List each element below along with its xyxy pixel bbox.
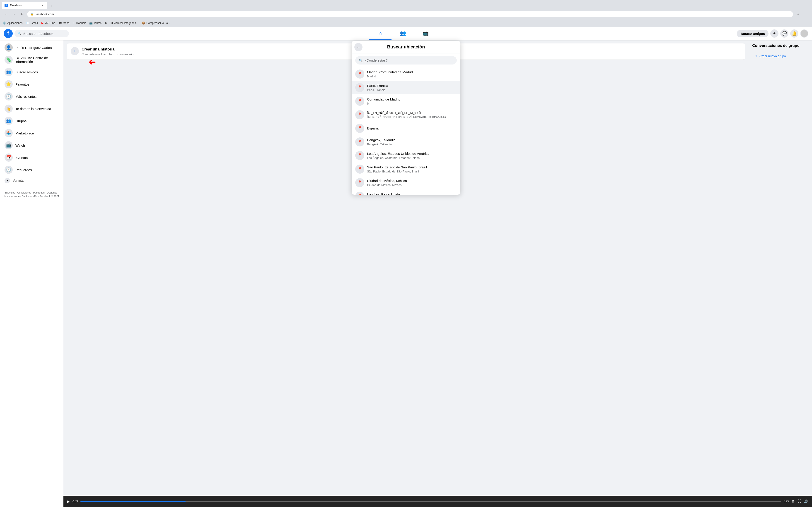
maps-icon: 🗺: [59, 21, 62, 25]
location-name: Madrid, Comunidad de Madrid: [367, 70, 457, 74]
apps-icon: ⚙️: [3, 21, 6, 25]
location-info: Bangkok, Tailandia Bangkok, Tailandia: [367, 138, 457, 146]
location-item-cdmx[interactable]: 📍 Ciudad de México, México Ciudad de Méx…: [352, 176, 460, 189]
location-info: España: [367, 126, 457, 130]
modal-back-button[interactable]: ←: [354, 43, 362, 51]
translate-icon: T: [73, 21, 74, 25]
bookmark-gmail[interactable]: ✉️ Gmail: [26, 21, 38, 25]
location-item-london[interactable]: 📍 Londres, Reino Unido Londres, Reino Un…: [352, 189, 460, 194]
gmail-icon: ✉️: [26, 21, 30, 25]
location-name: Londres, Reino Unido: [367, 192, 457, 194]
location-info: Comunidad de Madrid M: [367, 97, 457, 106]
location-search-input[interactable]: [364, 58, 453, 62]
bookmarks-bar: ⚙️ Aplicaciones ✉️ Gmail ▶ YouTube 🗺 Map…: [0, 19, 812, 27]
location-pin-icon: 📍: [355, 192, 364, 194]
location-item-paris[interactable]: 📍 París, Francia París, Francia: [352, 81, 460, 94]
location-name: París, Francia: [367, 83, 457, 88]
modal-header: ← Buscar ubicación: [352, 41, 460, 53]
youtube-icon: ▶: [42, 21, 44, 25]
location-name: Los Ángeles, Estados Unidos de América: [367, 152, 457, 156]
location-sub: Los Ángeles, California, Estados Unidos: [367, 156, 457, 160]
location-item-comunidad[interactable]: 📍 Comunidad de Madrid M: [352, 94, 460, 108]
location-pin-icon: 📍: [355, 124, 364, 133]
modal-title: Buscar ubicación: [387, 44, 425, 50]
location-item-saopaulo[interactable]: 📍 São Paulo, Estado de São Paulo, Brasil…: [352, 162, 460, 176]
location-name: दिल_बड़ा_रखोगे_तो पहचान_अपने_आप_बढ़_जाएग…: [367, 111, 457, 115]
modal-overlay: ← Buscar ubicación 🔍 📍 Madrid, Comunidad…: [0, 27, 812, 507]
location-sub: Madrid: [367, 75, 457, 78]
bookmark-achicar[interactable]: 🖼 Achicar Imágenes...: [110, 21, 138, 25]
location-item-la[interactable]: 📍 Los Ángeles, Estados Unidos de América…: [352, 149, 460, 162]
back-button[interactable]: ←: [3, 11, 9, 17]
browser-menu-button[interactable]: ⋮: [803, 11, 809, 17]
modal-search-icon: 🔍: [359, 59, 363, 62]
location-name: Comunidad de Madrid: [367, 97, 457, 102]
location-pin-icon: 📍: [355, 110, 364, 119]
tab-favicon: f: [5, 4, 8, 7]
address-bar[interactable]: 🔒 facebook.com: [27, 11, 793, 17]
location-name: São Paulo, Estado de São Paulo, Brasil: [367, 165, 457, 170]
location-info: Madrid, Comunidad de Madrid Madrid: [367, 70, 457, 78]
location-info: París, Francia París, Francia: [367, 83, 457, 92]
address-url: facebook.com: [36, 12, 790, 16]
bookmark-twitch[interactable]: 📺 Twitch: [89, 21, 101, 25]
location-pin-icon: 📍: [355, 178, 364, 187]
location-info: São Paulo, Estado de São Paulo, Brasil S…: [367, 165, 457, 173]
bookmark-button[interactable]: ☆: [795, 11, 801, 17]
bookmark-maps[interactable]: 🗺 Maps: [59, 21, 69, 25]
location-info: Ciudad de México, México Ciudad de Méxic…: [367, 179, 457, 187]
location-sub: Ciudad de México, México: [367, 183, 457, 187]
location-info: Los Ángeles, Estados Unidos de América L…: [367, 152, 457, 160]
bookmark-translate[interactable]: T Traducir: [73, 21, 86, 25]
twitch-icon: 📺: [89, 21, 93, 25]
location-item-bangkok[interactable]: 📍 Bangkok, Tailandia Bangkok, Tailandia: [352, 135, 460, 149]
lock-icon: 🔒: [30, 12, 34, 16]
location-name: Ciudad de México, México: [367, 179, 457, 183]
bookmark-n[interactable]: n: [105, 21, 107, 25]
location-name: España: [367, 126, 457, 130]
bookmark-youtube[interactable]: ▶ YouTube: [42, 21, 55, 25]
location-item-espana[interactable]: 📍 España: [352, 121, 460, 135]
location-item-hindi[interactable]: 📍 दिल_बड़ा_रखोगे_तो पहचान_अपने_आप_बढ़_जा…: [352, 108, 460, 121]
location-pin-icon: 📍: [355, 165, 364, 174]
location-pin-icon: 📍: [355, 151, 364, 160]
location-name: Bangkok, Tailandia: [367, 138, 457, 143]
forward-button[interactable]: →: [11, 11, 17, 17]
location-pin-icon: 📍: [355, 69, 364, 78]
bookmark-compressor[interactable]: 📦 Compressor.io - o...: [142, 21, 170, 25]
new-tab-button[interactable]: +: [48, 3, 54, 9]
red-arrow-indicator: ➜: [88, 57, 96, 67]
location-sub: M: [367, 102, 457, 105]
location-sub: दिल_बड़ा_रखोगे_तो पहचान_अपने_आप_बढ़_जाएग…: [367, 115, 457, 118]
location-pin-icon: 📍: [355, 83, 364, 92]
location-modal: ← Buscar ubicación 🔍 📍 Madrid, Comunidad…: [352, 41, 460, 194]
tab-title: Facebook: [10, 4, 39, 7]
location-item-madrid[interactable]: 📍 Madrid, Comunidad de Madrid Madrid: [352, 67, 460, 81]
location-list: 📍 Madrid, Comunidad de Madrid Madrid 📍 P…: [352, 67, 460, 194]
refresh-button[interactable]: ↻: [19, 11, 26, 17]
location-info: दिल_बड़ा_रखोगे_तो पहचान_अपने_आप_बढ़_जाएग…: [367, 111, 457, 118]
active-tab[interactable]: f Facebook ×: [2, 2, 47, 9]
tab-close-button[interactable]: ×: [41, 4, 44, 7]
location-sub: Bangkok, Tailandia: [367, 143, 457, 146]
location-sub: São Paulo, Estado de São Paulo, Brasil: [367, 170, 457, 173]
location-sub: París, Francia: [367, 88, 457, 92]
bookmark-aplicaciones[interactable]: ⚙️ Aplicaciones: [3, 21, 22, 25]
location-pin-icon: 📍: [355, 97, 364, 106]
location-pin-icon: 📍: [355, 137, 364, 147]
modal-search-bar[interactable]: 🔍: [355, 56, 457, 64]
location-info: Londres, Reino Unido Londres, Reino Unid…: [367, 192, 457, 194]
